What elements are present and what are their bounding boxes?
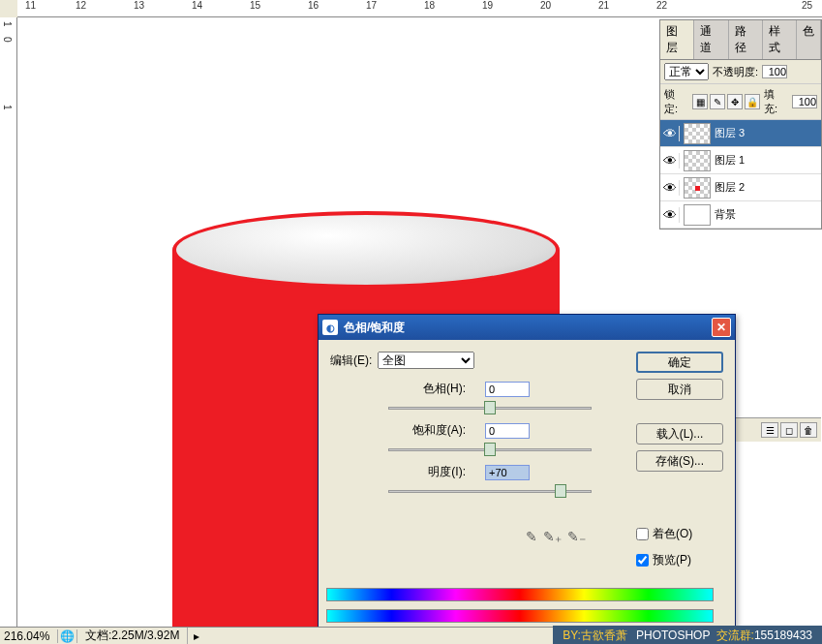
tab-color[interactable]: 色	[797, 20, 821, 59]
dialog-title: 色相/饱和度	[344, 320, 405, 336]
visibility-icon[interactable]: 👁	[660, 153, 680, 169]
tab-channels[interactable]: 通道	[694, 20, 728, 59]
layer-name: 背景	[715, 207, 821, 222]
preview-checkbox[interactable]	[636, 554, 649, 567]
lightness-label: 明度(I):	[369, 464, 485, 480]
layer-thumb	[684, 150, 711, 171]
lock-position-icon[interactable]: ✥	[727, 94, 743, 109]
load-button[interactable]: 载入(L)...	[636, 423, 723, 445]
eyedropper-icon[interactable]: ✎	[526, 529, 537, 544]
layer-thumb	[684, 177, 711, 199]
globe-icon[interactable]: 🌐	[58, 629, 77, 643]
opacity-input[interactable]	[762, 65, 787, 78]
dialog-icon: ◐	[322, 320, 338, 335]
ruler-horizontal: 11 12 13 14 15 16 17 18 19 20 21 22 25	[17, 0, 822, 17]
tab-styles[interactable]: 样式	[763, 20, 797, 59]
layer-row[interactable]: 👁 图层 1	[660, 147, 821, 174]
save-button[interactable]: 存储(S)...	[636, 450, 723, 472]
preview-label: 预览(P)	[653, 552, 691, 568]
saturation-label: 饱和度(A):	[369, 422, 485, 439]
hue-slider[interactable]	[388, 399, 592, 416]
colorize-checkbox[interactable]	[636, 528, 649, 540]
delete-layer-icon[interactable]: 🗑	[800, 422, 817, 438]
layer-row[interactable]: 👁 背景	[660, 201, 821, 229]
hue-gradient-bar	[326, 588, 714, 601]
visibility-icon[interactable]: 👁	[660, 207, 680, 223]
lock-all-icon[interactable]: 🔒	[745, 94, 760, 109]
layer-name: 图层 1	[715, 153, 821, 168]
tab-layers[interactable]: 图层	[660, 20, 694, 59]
layer-row[interactable]: 👁 图层 2	[660, 174, 821, 201]
layer-thumb	[684, 123, 711, 144]
dialog-titlebar[interactable]: ◐ 色相/饱和度 ✕	[319, 315, 735, 340]
layers-panel: 图层 通道 路径 样式 色 正常 不透明度: 锁定: ▦ ✎ ✥ 🔒 填充: 👁…	[659, 19, 822, 230]
statusbar: 216.04% 🌐 文档:2.25M/3.92M ▸ BY:古欲香萧 PHOTO…	[0, 627, 822, 644]
zoom-level[interactable]: 216.04%	[0, 629, 58, 643]
hue-saturation-dialog: ◐ 色相/饱和度 ✕ 编辑(E): 全图 色相(H): 饱和度(A):	[318, 314, 736, 633]
edit-label: 编辑(E):	[330, 353, 372, 369]
edit-select[interactable]: 全图	[378, 352, 474, 369]
lock-pixels-icon[interactable]: ✎	[710, 94, 725, 109]
hue-gradient-bar-2	[326, 609, 714, 623]
layer-list: 👁 图层 3 👁 图层 1 👁 图层 2 👁 背景	[660, 120, 821, 229]
tab-paths[interactable]: 路径	[729, 20, 763, 59]
layer-thumb	[684, 204, 711, 226]
new-layer-icon[interactable]: ◻	[780, 422, 798, 438]
eyedropper-sub-icon[interactable]: ✎₋	[567, 529, 586, 544]
visibility-icon[interactable]: 👁	[660, 180, 680, 196]
close-icon[interactable]: ✕	[712, 318, 731, 337]
cancel-button[interactable]: 取消	[636, 379, 723, 400]
colorize-label: 着色(O)	[653, 526, 692, 542]
opacity-label: 不透明度:	[713, 65, 758, 79]
hue-label: 色相(H):	[369, 381, 485, 397]
ok-button[interactable]: 确定	[636, 352, 723, 373]
credits: BY:古欲香萧 PHOTOSHOP 交流群:155189433	[553, 626, 822, 644]
lock-label: 锁定:	[664, 87, 688, 116]
eyedropper-add-icon[interactable]: ✎₊	[543, 529, 562, 544]
layer-name: 图层 2	[715, 180, 821, 195]
hue-input[interactable]	[485, 382, 530, 397]
lock-transparency-icon[interactable]: ▦	[692, 94, 708, 109]
new-group-icon[interactable]: ☰	[761, 422, 778, 438]
eyedropper-group: ✎ ✎₊ ✎₋	[485, 529, 626, 544]
panel-tabs: 图层 通道 路径 样式 色	[660, 20, 821, 60]
lightness-slider[interactable]	[388, 482, 592, 500]
fill-label: 填充:	[764, 87, 788, 116]
saturation-input[interactable]	[485, 423, 530, 439]
saturation-slider[interactable]	[388, 441, 592, 458]
layer-row[interactable]: 👁 图层 3	[660, 120, 821, 147]
ruler-vertical: 1 0 1	[0, 17, 17, 627]
blend-mode-select[interactable]: 正常	[664, 63, 709, 80]
lightness-input[interactable]	[485, 465, 530, 480]
doc-size: 文档:2.25M/3.92M	[77, 628, 188, 644]
layer-name: 图层 3	[715, 126, 821, 140]
menu-arrow-icon[interactable]: ▸	[188, 629, 205, 643]
visibility-icon[interactable]: 👁	[660, 126, 680, 141]
fill-input[interactable]	[792, 95, 817, 108]
